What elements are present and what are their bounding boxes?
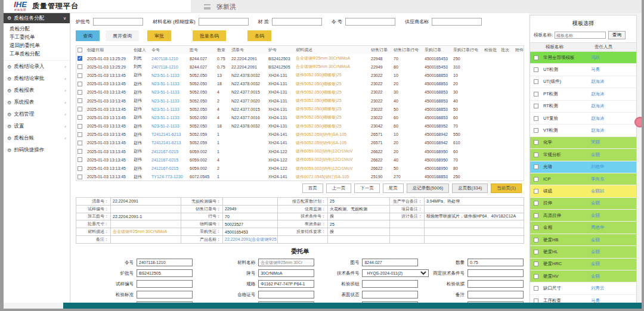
table-row[interactable]: 2025-01-03 13:13:45赵伟N23-51-1-11335052.0… bbox=[76, 71, 524, 79]
table-row[interactable]: 2025-01-03 13:13:45赵伟T2412141-62135052.0… bbox=[76, 139, 524, 147]
template-person-link[interactable]: 金丽娟 bbox=[591, 188, 605, 194]
template-row[interactable]: RT检测赵海涛 bbox=[530, 101, 636, 113]
template-checkbox[interactable] bbox=[534, 153, 538, 157]
row-checkbox[interactable] bbox=[78, 175, 82, 179]
row-checkbox[interactable] bbox=[78, 73, 82, 78]
template-row[interactable]: 光谱刘艳华 bbox=[530, 161, 636, 173]
row-checkbox[interactable] bbox=[78, 157, 82, 162]
table-row[interactable]: 2025-01-03 13:13:45赵伟N23-51-1-11335052.0… bbox=[76, 88, 524, 97]
template-person-link[interactable]: 刘秀云 bbox=[591, 285, 605, 291]
template-checkbox[interactable] bbox=[534, 238, 538, 242]
table-row[interactable]: 2025-01-03 13:13:45赵伟2412167-02156059.00… bbox=[76, 156, 524, 164]
table-cell[interactable]: 锻件5052.050(精螺母)25 bbox=[295, 113, 370, 122]
template-row[interactable]: 硬度HL金丽 bbox=[530, 246, 636, 258]
row-checkbox[interactable] bbox=[78, 166, 82, 171]
detail-value[interactable]: 22.2204.2091(合金锻钢Φ25 P64_50V/Pw=40Pw)大件 bbox=[223, 235, 278, 243]
sidebar-subitem[interactable]: 手工委托单 bbox=[4, 33, 70, 41]
table-cell[interactable]: T2412141-6213 bbox=[150, 130, 188, 139]
template-person-link[interactable]: 金丽 bbox=[591, 249, 600, 255]
template-row[interactable]: VT检测赵海涛 bbox=[530, 125, 636, 136]
table-cell[interactable]: 锻件5052.050(精螺母)25 bbox=[295, 97, 370, 105]
pagination-button[interactable]: 下一页 bbox=[354, 184, 380, 193]
template-person-link[interactable]: 李向东 bbox=[591, 176, 605, 182]
form-field-input[interactable] bbox=[362, 291, 418, 298]
select-all-checkbox[interactable] bbox=[78, 48, 82, 52]
action-button[interactable]: 展开查询 bbox=[106, 30, 139, 41]
filter-input[interactable] bbox=[432, 18, 482, 26]
template-checkbox[interactable] bbox=[534, 116, 538, 121]
form-field-input[interactable] bbox=[258, 291, 314, 298]
template-row[interactable]: 高温拉伸金丽 bbox=[530, 210, 636, 222]
template-person-link[interactable]: 金丽 bbox=[591, 200, 600, 206]
table-cell[interactable]: N23-51-1-1133 bbox=[150, 80, 188, 88]
template-checkbox[interactable] bbox=[534, 189, 538, 194]
template-search-button[interactable]: 查询 bbox=[608, 31, 626, 39]
template-person-link[interactable]: 赵海涛 bbox=[591, 116, 605, 122]
sidebar-item[interactable]: ⚙扫码快捷操作 bbox=[4, 144, 70, 156]
template-checkbox[interactable] bbox=[534, 225, 538, 230]
template-person-link[interactable]: 金丽 bbox=[591, 261, 600, 267]
filter-input[interactable] bbox=[93, 18, 143, 26]
table-cell[interactable]: N23-51-1-1133 bbox=[150, 105, 188, 113]
table-cell[interactable]: 合金锻钢Φ25mm 30CrNiMoA bbox=[295, 54, 370, 63]
sidebar-item[interactable]: ⚙质检结论审批‹ bbox=[4, 73, 70, 85]
table-cell[interactable]: 锻件5052.059(销件)SA-105 bbox=[295, 130, 370, 139]
template-checkbox[interactable] bbox=[534, 201, 538, 206]
form-field-input[interactable] bbox=[258, 280, 314, 288]
template-row[interactable]: UT(锻件)赵海涛 bbox=[530, 76, 636, 88]
table-row[interactable]: 2025-01-03 13:13:45赵伟2412167-02156059.00… bbox=[76, 147, 524, 156]
sidebar-group-inspection-task[interactable]: ⚙ 质检任务分配 ∨ bbox=[4, 13, 70, 23]
table-cell[interactable]: 锻件5052.050(精螺母)25 bbox=[295, 71, 370, 79]
table-row[interactable]: 2025-01-03 13:13:45赵伟TY124-773-12306072.… bbox=[76, 173, 524, 181]
row-checkbox[interactable] bbox=[78, 82, 82, 86]
table-cell[interactable]: N23-51-2-1133 bbox=[150, 122, 188, 130]
sidebar-subitem[interactable]: 工单质检分配 bbox=[4, 49, 70, 58]
table-row[interactable]: 2025-01-03 13:13:45赵伟T2412141-62135052.0… bbox=[76, 130, 524, 139]
template-person-link[interactable]: 赵海涛 bbox=[591, 79, 605, 85]
template-row[interactable]: 拉伸金丽 bbox=[530, 198, 636, 210]
row-checkbox[interactable] bbox=[78, 115, 82, 120]
template-checkbox[interactable] bbox=[534, 79, 538, 84]
table-cell[interactable]: T2412141-6213 bbox=[150, 139, 188, 147]
template-person-link[interactable]: 宋丽 bbox=[591, 139, 600, 145]
template-person-link[interactable]: 马勇 bbox=[591, 67, 600, 73]
pagination-button[interactable]: 总记录数(5006) bbox=[407, 184, 450, 193]
table-cell[interactable]: 合金锻钢Φ25mm 30CrNiMoA bbox=[295, 63, 370, 71]
template-row[interactable]: 硬度HRC金丽 bbox=[530, 259, 636, 270]
template-person-link[interactable]: 周艳华 bbox=[591, 225, 605, 231]
table-cell[interactable]: 锻件5052.059(销件)SA-105 bbox=[295, 139, 370, 147]
pagination-button[interactable]: 上一页 bbox=[326, 184, 352, 193]
template-row[interactable]: 金相周艳华 bbox=[530, 222, 636, 234]
template-row[interactable]: 化学宋丽 bbox=[530, 137, 636, 149]
table-cell[interactable]: 锻件6059.002(销件)12Cr1MoV bbox=[295, 147, 370, 156]
form-field-input[interactable] bbox=[362, 259, 418, 266]
filter-input[interactable] bbox=[345, 18, 395, 26]
row-checkbox[interactable] bbox=[78, 107, 82, 111]
table-row[interactable]: 2025-01-03 13:13:45赵伟N23-51-1-11335052.0… bbox=[76, 105, 524, 113]
table-cell[interactable]: 锻件5052.050(精螺母)25 bbox=[295, 122, 370, 130]
template-checkbox[interactable] bbox=[534, 104, 538, 108]
filter-input[interactable] bbox=[199, 18, 249, 26]
form-field-input[interactable] bbox=[258, 259, 314, 266]
table-cell[interactable]: 锻件6059.002(销件)12Cr1MoV bbox=[295, 156, 370, 164]
row-checkbox[interactable] bbox=[78, 132, 82, 137]
template-person-link[interactable]: 冯跃 bbox=[591, 55, 600, 61]
row-checkbox[interactable] bbox=[78, 124, 82, 129]
table-cell[interactable]: 2412167-0215 bbox=[150, 156, 188, 164]
form-field-input[interactable] bbox=[467, 259, 524, 266]
template-row[interactable]: 碳硫金丽娟 bbox=[530, 185, 636, 197]
template-checkbox[interactable] bbox=[534, 128, 538, 133]
form-field-input[interactable] bbox=[467, 291, 524, 298]
menu-icon[interactable] bbox=[204, 4, 210, 10]
table-row[interactable]: 2025-01-03 13:25:29刘民2407118-12108244.02… bbox=[76, 63, 524, 71]
form-field-input[interactable] bbox=[258, 269, 314, 277]
template-person-link[interactable]: 赵海涛 bbox=[591, 91, 605, 97]
table-row[interactable]: 2025-01-03 13:13:45赵伟2412167-02156059.00… bbox=[76, 164, 524, 172]
table-row[interactable]: 2025-01-03 13:25:29刘民2407118-12108244.02… bbox=[76, 54, 524, 63]
action-button[interactable]: 审批 bbox=[147, 30, 171, 41]
table-cell[interactable]: 2407118-1210 bbox=[150, 54, 188, 63]
table-cell[interactable]: 锻件5052.050(精螺母)25 bbox=[295, 105, 370, 113]
form-field-input[interactable] bbox=[137, 269, 193, 277]
sidebar-subitem[interactable]: 质检分配 bbox=[4, 24, 70, 33]
sidebar-item[interactable]: ⚙质检台账‹ bbox=[4, 132, 70, 144]
